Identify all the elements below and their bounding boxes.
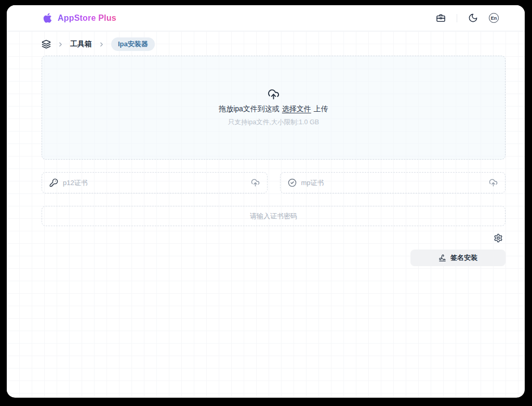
signature-icon — [438, 254, 446, 262]
toolbox-icon[interactable] — [436, 13, 446, 23]
p12-certificate-input[interactable] — [63, 179, 246, 187]
p12-certificate-field[interactable] — [42, 172, 268, 193]
dropzone-hint: 只支持ipa文件,大小限制:1.0 GB — [228, 118, 319, 127]
layers-icon[interactable] — [42, 40, 51, 49]
breadcrumb: 工具箱 Ipa安装器 — [42, 37, 506, 51]
brand-title: AppStore Plus — [58, 14, 116, 23]
certificate-password-input[interactable] — [42, 212, 505, 220]
key-icon — [49, 178, 58, 187]
header: AppStore Plus En — [7, 5, 525, 31]
brand[interactable]: AppStore Plus — [42, 12, 116, 23]
dropzone-text: 拖放ipa文件到这或 选择文件 上传 — [219, 104, 328, 114]
action-row: 签名安装 — [42, 250, 506, 266]
mp-certificate-input[interactable] — [301, 179, 485, 187]
sign-install-label: 签名安装 — [450, 253, 477, 263]
gear-icon[interactable] — [494, 233, 503, 243]
cloud-upload-icon — [268, 88, 280, 100]
chevron-right-icon — [57, 41, 64, 48]
settings-row — [42, 233, 506, 243]
dropzone-upload-suffix: 上传 — [314, 104, 328, 114]
dark-mode-moon-icon[interactable] — [468, 13, 478, 23]
upload-cloud-icon[interactable] — [489, 178, 498, 187]
ipa-dropzone[interactable]: 拖放ipa文件到这或 选择文件 上传 只支持ipa文件,大小限制:1.0 GB — [42, 56, 506, 160]
main-content: 工具箱 Ipa安装器 拖放ipa文件到这或 选择文件 上传 只支持ipa文件,大… — [7, 31, 525, 398]
certificate-row — [42, 172, 506, 193]
dropzone-drag-text: 拖放ipa文件到这或 — [219, 104, 280, 114]
check-circle-icon — [288, 178, 297, 187]
header-divider — [457, 14, 457, 22]
chevron-right-icon — [98, 41, 105, 48]
apple-logo-icon — [42, 12, 53, 23]
header-actions: En — [436, 13, 499, 23]
certificate-password-field — [42, 206, 506, 226]
upload-cloud-icon[interactable] — [251, 178, 260, 187]
app-window: AppStore Plus En 工具箱 Ipa — [7, 5, 525, 398]
select-file-link[interactable]: 选择文件 — [282, 104, 311, 114]
language-toggle[interactable]: En — [489, 13, 499, 23]
sign-install-button[interactable]: 签名安装 — [410, 250, 506, 266]
breadcrumb-toolbox[interactable]: 工具箱 — [70, 40, 92, 49]
mp-certificate-field[interactable] — [280, 172, 506, 193]
breadcrumb-current-badge: Ipa安装器 — [111, 37, 155, 51]
